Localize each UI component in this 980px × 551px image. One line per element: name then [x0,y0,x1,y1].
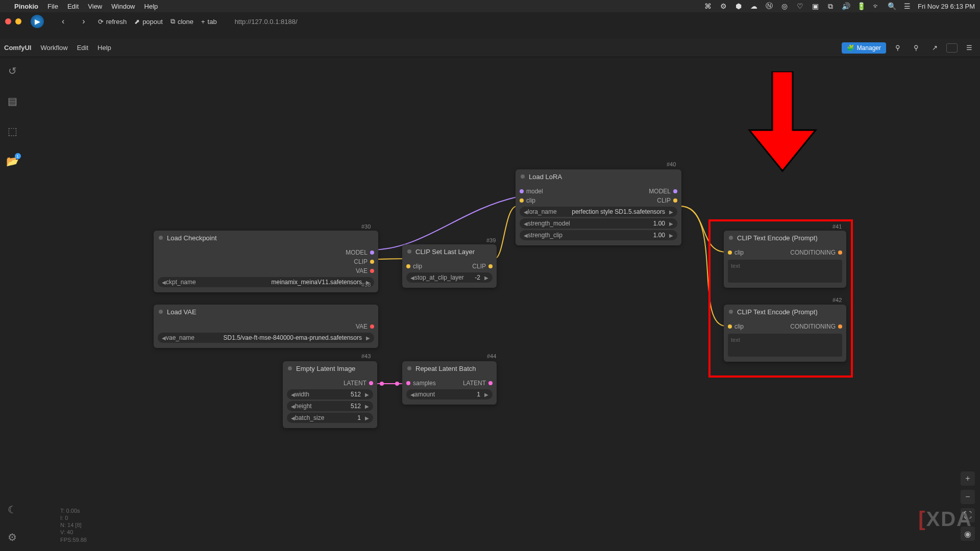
batch-size-widget[interactable]: ◀batch_size1▶ [287,413,373,423]
node-id: #41 [832,223,842,230]
ckpt-name-widget[interactable]: ◀ckpt_namemeinamix_meinaV11.safetensors▶ [158,277,374,287]
appbar-icon-1[interactable]: ⚲ [891,41,904,55]
width-widget[interactable]: ◀width512▶ [287,389,373,399]
node-clip-text-encode-1[interactable]: CLIP Text Encode (Prompt) clipCONDITIONI… [724,231,846,288]
comfyui-brand: ComfyUI [4,44,31,52]
node-load-checkpoint[interactable]: Load Checkpoint MODEL CLIP VAE ◀ckpt_nam… [154,231,378,292]
tray-icon-4[interactable]: ☁ [749,2,758,11]
cube-icon[interactable]: ⬚ [8,125,17,137]
battery-icon[interactable]: 🔋 [856,2,866,11]
close-window-button[interactable] [5,18,11,24]
node-id: #40 [667,161,676,167]
vae-name-widget[interactable]: ◀vae_nameSD1.5/vae-ft-mse-840000-ema-pru… [158,333,374,343]
tray-icon-8[interactable]: ▣ [811,2,820,11]
menubar-help[interactable]: Help [144,3,158,10]
annotation-arrow-icon [744,71,821,173]
tray-icon-3[interactable]: ⬢ [734,2,743,11]
refresh-icon: ⟳ [98,18,104,26]
node-clip-set-last-layer[interactable]: CLIP Set Last Layer clipCLIP ◀stop_at_cl… [402,244,497,288]
node-title: Load VAE [167,308,197,316]
tray-icon-5[interactable]: Ⓝ [765,2,774,11]
appbar-icon-2[interactable]: ⚲ [910,41,923,55]
svg-point-1 [380,382,384,386]
zoom-out-button[interactable]: − [961,490,975,504]
appbar-workflow[interactable]: Workflow [40,44,67,52]
xda-watermark: [XDA [918,508,972,531]
folder-badge: 1 [15,153,21,159]
history-icon[interactable]: ↺ [8,65,17,77]
volume-icon[interactable]: 🔊 [841,2,850,11]
strength-clip-widget[interactable]: ◀strength_clip1.00▶ [520,230,677,240]
macos-menubar: Pinokio File Edit View Window Help ⌘ ⚙ ⬢… [0,0,980,12]
url-display[interactable]: http://127.0.0.1:8188/ [235,18,298,26]
node-id: #44 [487,353,496,359]
lora-name-widget[interactable]: ◀lora_nameperfection style SD1.5.safeten… [520,207,677,217]
zoom-in-button[interactable]: + [961,471,975,486]
menubar-window[interactable]: Window [111,3,135,10]
clone-icon: ⧉ [170,17,175,26]
prompt-textarea-2[interactable]: text [728,334,842,357]
tray-icon-7[interactable]: ♡ [795,2,804,11]
node-empty-latent-image[interactable]: Empty Latent Image LATENT ◀width512▶ ◀he… [283,361,377,428]
popout-icon: ⬈ [134,18,140,26]
connection-wires [24,57,980,551]
settings-icon[interactable]: ⚙ [8,531,17,543]
appbar-help[interactable]: Help [97,44,111,52]
share-icon[interactable]: ↗ [928,41,941,55]
node-title: CLIP Text Encode (Prompt) [737,234,818,242]
puzzle-icon: 🧩 [847,44,854,52]
tray-icon-1[interactable]: ⌘ [703,2,713,11]
prompt-textarea-1[interactable]: text [728,260,842,283]
forward-button[interactable]: › [77,17,90,26]
node-title: Empty Latent Image [296,365,355,372]
menubar-edit[interactable]: Edit [67,3,79,10]
tray-icon-9[interactable]: ⧉ [826,2,835,11]
tray-icon-2[interactable]: ⚙ [719,2,728,11]
node-clip-text-encode-2[interactable]: CLIP Text Encode (Prompt) clipCONDITIONI… [724,305,846,362]
node-load-vae[interactable]: Load VAE VAE ◀vae_nameSD1.5/vae-ft-mse-8… [154,305,378,348]
node-id: #30 [361,223,371,230]
amount-widget[interactable]: ◀amount1▶ [406,389,493,399]
pinokio-logo-icon[interactable]: ▶ [31,15,44,28]
left-sidebar: ↺ ▤ ⬚ 📂1 ☾ ⚙ [0,57,24,551]
node-id: #42 [832,297,842,303]
performance-stats: T: 0.00s I: 0 N: 14 [8] V: 40 FPS:59.88 [60,507,87,543]
node-title: Load LoRA [529,173,562,181]
stop-at-clip-layer-widget[interactable]: ◀stop_at_clip_layer-2▶ [406,272,493,283]
tray-icon-6[interactable]: ◎ [780,2,789,11]
moon-icon[interactable]: ☾ [8,504,17,516]
clone-button[interactable]: ⧉clone [170,17,193,26]
node-load-lora[interactable]: Load LoRA modelMODEL clipCLIP ◀lora_name… [516,169,681,245]
node-id: #43 [361,353,371,359]
search-icon[interactable]: 🔍 [887,2,896,11]
minimize-window-button[interactable] [15,18,21,24]
refresh-button[interactable]: ⟳refresh [98,18,127,26]
folder-icon[interactable]: 📂1 [6,155,19,167]
notes-icon[interactable]: ▤ [8,95,17,107]
menubar-clock[interactable]: Fri Nov 29 6:13 PM [918,3,975,10]
menubar-view[interactable]: View [88,3,102,10]
plus-icon: + [201,18,205,26]
pinokio-toolbar: ▶ ‹ › ⟳refresh ⬈popout ⧉clone +tab http:… [26,12,980,31]
control-center-icon[interactable]: ☰ [902,2,912,11]
appbar-edit[interactable]: Edit [77,44,88,52]
manager-button[interactable]: 🧩Manager [842,42,886,54]
menubar-app[interactable]: Pinokio [14,3,38,10]
back-button[interactable]: ‹ [57,17,69,26]
node-title: CLIP Set Last Layer [415,248,475,256]
node-title: CLIP Text Encode (Prompt) [737,308,818,316]
node-repeat-latent-batch[interactable]: Repeat Latent Batch samplesLATENT ◀amoun… [402,361,497,405]
menubar-file[interactable]: File [47,3,58,10]
strength-model-widget[interactable]: ◀strength_model1.00▶ [520,218,677,229]
node-title: Load Checkpoint [167,234,217,242]
tab-button[interactable]: +tab [201,18,217,26]
comfyui-appbar: ComfyUI Workflow Edit Help 🧩Manager ⚲ ⚲ … [0,39,980,57]
node-id: #38 [361,282,371,288]
panel-icon[interactable] [946,43,958,53]
height-widget[interactable]: ◀height512▶ [287,401,373,411]
popout-button[interactable]: ⬈popout [134,18,163,26]
node-title: Repeat Latent Batch [415,365,476,372]
wifi-icon[interactable]: ᯤ [872,2,881,11]
menu-icon[interactable]: ☰ [963,41,976,55]
node-canvas[interactable]: #30 Load Checkpoint MODEL CLIP VAE ◀ckpt… [24,57,980,551]
